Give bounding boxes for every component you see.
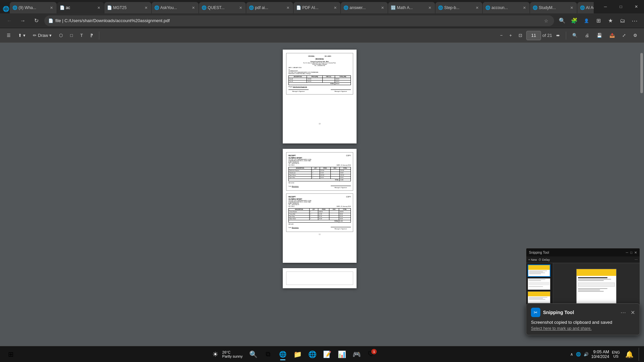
fit-page-button[interactable]: ⊡: [516, 31, 525, 41]
search-pdf-button[interactable]: 🔍: [570, 31, 580, 41]
snipping-thumb-1[interactable]: [528, 264, 550, 277]
volume-icon[interactable]: 🔊: [584, 352, 589, 357]
tab-close-10[interactable]: ✕: [474, 5, 480, 10]
select-tool-dropdown[interactable]: ▾: [23, 33, 25, 38]
page-number-input[interactable]: [526, 31, 541, 40]
search-icon[interactable]: 🔍: [557, 15, 568, 26]
tab-1[interactable]: 🌐 (9) Wha...✕: [10, 2, 57, 13]
tab-close-9[interactable]: ✕: [427, 5, 432, 10]
draw-tool-button[interactable]: ✏ Draw ▾: [30, 31, 54, 41]
tab-10[interactable]: 🌐 Step-b...✕: [435, 2, 482, 13]
favorites-icon[interactable]: ★: [605, 15, 616, 26]
snipping-toolbar-more[interactable]: ⋯: [635, 258, 638, 261]
tab-12[interactable]: 🌐 StudyM...✕: [530, 2, 577, 13]
snipping-window-maximize[interactable]: □: [630, 251, 632, 254]
bookmark-icon[interactable]: ☆: [542, 17, 550, 25]
tab-close-12[interactable]: ✕: [569, 5, 574, 10]
tab-13[interactable]: 🌐 AI Acco...✕: [577, 2, 594, 13]
taskbar-edge2[interactable]: 🌐: [306, 348, 319, 361]
select-tool-button[interactable]: ⬆ ▾: [15, 31, 28, 41]
language-indicator[interactable]: ENG US: [612, 350, 620, 358]
fit-width-button[interactable]: ⬌: [553, 31, 562, 41]
maximize-button[interactable]: □: [613, 0, 629, 13]
open-fullscreen-button[interactable]: ⤢: [620, 31, 629, 41]
page-number-10: 10: [319, 123, 321, 125]
tab-6[interactable]: 🌐 pdf ai...✕: [246, 2, 293, 13]
tab-5[interactable]: 🌐 QUEST...✕: [199, 2, 246, 13]
erase-tool-button[interactable]: ⬡: [56, 31, 65, 41]
print-button[interactable]: 🖨: [582, 31, 592, 41]
snipping-window-minimize[interactable]: ─: [626, 251, 628, 254]
tab-close-3[interactable]: ✕: [143, 5, 149, 10]
tray-up-arrow[interactable]: ∧: [570, 352, 573, 357]
taskbar-explorer[interactable]: 📁: [291, 348, 304, 361]
taskbar-antivirus[interactable]: 🛡 1: [365, 348, 378, 361]
close-button[interactable]: ✕: [629, 0, 644, 13]
tab-3[interactable]: 📄 MGT25✕: [104, 2, 151, 13]
snipping-window-close[interactable]: ✕: [634, 251, 637, 254]
browser-icon: 🌐: [3, 4, 9, 13]
tab-close-11[interactable]: ✕: [522, 5, 527, 10]
taskbar-gaming[interactable]: 🎮: [350, 348, 363, 361]
tab-close-2[interactable]: ✕: [96, 5, 101, 10]
language-label: ENG: [612, 350, 620, 354]
more-tools-button[interactable]: ⚙: [631, 31, 640, 41]
start-button[interactable]: ⊞: [4, 348, 17, 361]
tab-4[interactable]: 🌐 AskYou...✕: [152, 2, 199, 13]
share-button[interactable]: 📤: [607, 31, 618, 41]
taskbar-edge[interactable]: 🌐: [276, 348, 289, 361]
markup-tool-button[interactable]: ⁋: [88, 31, 96, 41]
tab-2[interactable]: 📄 ac✕: [57, 2, 104, 13]
tab-close-1[interactable]: ✕: [49, 5, 54, 10]
tab-close-6[interactable]: ✕: [285, 5, 290, 10]
titlebar: 🌐 🌐 (9) Wha...✕ 📄 ac✕ 📄 MGT25✕ 🌐 AskYou.…: [0, 0, 644, 13]
profile-icon[interactable]: 👤: [581, 15, 592, 26]
shapes-tool-button[interactable]: □: [67, 31, 75, 41]
snipping-toast-action[interactable]: Select here to mark up and share.: [531, 326, 635, 331]
network-icon[interactable]: 🌐: [576, 352, 581, 357]
reload-button[interactable]: ↻: [31, 15, 42, 26]
back-button[interactable]: ←: [4, 15, 15, 26]
url-bar[interactable]: 📄 file | C:/Users/shair/Downloads/accoun…: [44, 15, 554, 26]
zoom-in-button[interactable]: +: [506, 31, 515, 41]
minimize-button[interactable]: ─: [598, 0, 613, 13]
tab-11[interactable]: 🌐 accoun...✕: [483, 2, 530, 13]
taskbar-taskview[interactable]: ⧉: [261, 348, 275, 361]
notification-bell[interactable]: 🔔: [623, 348, 636, 361]
lock-icon: 📄: [48, 18, 53, 23]
taskbar-search[interactable]: 🔍: [247, 348, 260, 361]
tab-close-8[interactable]: ✕: [380, 5, 385, 10]
extensions-icon[interactable]: 🧩: [569, 15, 580, 26]
scrollbar[interactable]: [639, 43, 644, 362]
markup-icon: ⁋: [90, 33, 93, 38]
tab-7[interactable]: 📄 PDF AI...✕: [293, 2, 340, 13]
tab-close-4[interactable]: ✕: [191, 5, 196, 10]
tab-close-5[interactable]: ✕: [238, 5, 243, 10]
snipping-thumb-2[interactable]: [528, 278, 550, 290]
sidebar-icon[interactable]: ⊞: [593, 15, 604, 26]
snipping-toast-more[interactable]: ⋯: [621, 309, 626, 316]
tab-8[interactable]: 🌐 answer...✕: [341, 2, 388, 13]
draw-dropdown[interactable]: ▾: [49, 33, 52, 38]
snipping-toast-close[interactable]: ✕: [631, 309, 635, 316]
sidebar-toggle-button[interactable]: ☰: [4, 31, 13, 41]
show-desktop[interactable]: [639, 348, 640, 361]
taskbar-excel[interactable]: 📊: [335, 348, 348, 361]
text-tool-button[interactable]: T: [77, 31, 86, 41]
tab-9[interactable]: 🔢 Math A...✕: [388, 2, 435, 13]
taskbar-weather[interactable]: ☀: [210, 348, 221, 361]
pdf-page-12: [283, 268, 357, 288]
clock[interactable]: 9:05 AM 10/4/2024: [591, 349, 609, 359]
settings-icon[interactable]: ⋯: [629, 15, 640, 26]
save-button[interactable]: 💾: [594, 31, 605, 41]
scrollbar-thumb[interactable]: [640, 53, 643, 93]
snipping-thumb-3[interactable]: [528, 291, 550, 303]
snipping-window-title: Snipping Tool: [529, 251, 549, 254]
tab-close-7[interactable]: ✕: [332, 5, 338, 10]
snipping-toolbar-delay[interactable]: ⏱ Delay: [538, 258, 550, 261]
collections-icon[interactable]: 🗂: [617, 15, 628, 26]
forward-button[interactable]: →: [17, 15, 28, 26]
zoom-out-button[interactable]: −: [497, 31, 505, 41]
snipping-toolbar-new[interactable]: + New: [528, 258, 537, 261]
taskbar-word[interactable]: 📝: [320, 348, 334, 361]
